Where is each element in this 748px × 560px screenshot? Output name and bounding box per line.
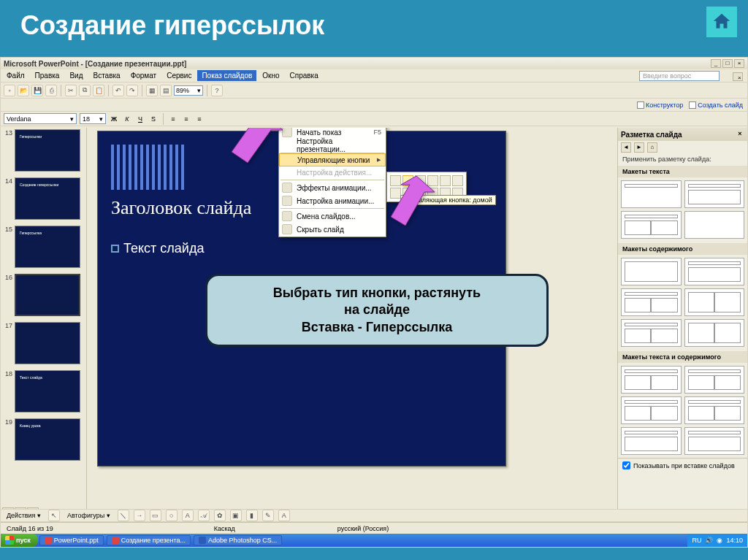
layout-title-only[interactable]	[621, 180, 682, 208]
line-icon[interactable]: ＼	[118, 510, 129, 521]
menu-view[interactable]: Вид	[65, 70, 87, 81]
oval-icon[interactable]: ○	[166, 510, 178, 521]
help-icon[interactable]: ?	[211, 85, 223, 96]
menu-edit[interactable]: Правка	[31, 70, 64, 81]
slide-thumbnails-pane[interactable]: 13Гиперссылки 14Создание гиперссылки 15Г…	[1, 128, 87, 516]
taskpane-forward-button[interactable]: ►	[634, 142, 644, 153]
open-icon[interactable]: 📂	[18, 85, 29, 96]
clipart-icon[interactable]: ✿	[214, 510, 226, 521]
align-center-button[interactable]: ≡	[181, 114, 191, 124]
menu-file[interactable]: Файл	[2, 70, 29, 81]
copy-icon[interactable]: ⧉	[79, 85, 91, 96]
menu-tools[interactable]: Сервис	[162, 70, 196, 81]
font-combo[interactable]: Verdana▾	[4, 113, 77, 124]
underline-button[interactable]: Ч	[135, 114, 145, 124]
taskpane-home-button[interactable]: ⌂	[647, 142, 657, 153]
layout-tc-3[interactable]	[621, 396, 682, 424]
linecolor-icon[interactable]: ✎	[262, 510, 274, 521]
layout-content-4[interactable]	[684, 288, 745, 316]
taskbar-item[interactable]: Adobe Photoshop CS...	[194, 535, 282, 545]
redo-icon[interactable]: ↷	[126, 85, 138, 96]
print-icon[interactable]: ⎙	[45, 85, 57, 96]
checkbox[interactable]	[622, 461, 630, 469]
table-icon[interactable]: ▤	[160, 85, 172, 96]
menu-item-slide-transition[interactable]: Смена слайдов...	[279, 210, 386, 223]
tray-network-icon[interactable]: ◉	[717, 537, 722, 544]
taskpane-close-button[interactable]: ×	[736, 130, 744, 139]
menu-item-setup-show[interactable]: Настройка презентации...	[279, 139, 386, 152]
menu-item-animation-effects[interactable]: Эффекты анимации...	[279, 181, 386, 194]
layout-content-3[interactable]	[621, 288, 682, 316]
document-close-button[interactable]: ×	[733, 72, 743, 81]
layout-tc-2[interactable]	[684, 366, 745, 394]
layout-content-6[interactable]	[684, 319, 745, 347]
paste-icon[interactable]: 📋	[93, 85, 104, 96]
layout-content-5[interactable]	[621, 319, 682, 347]
taskpane-show-on-insert-checkbox[interactable]: Показывать при вставке слайдов	[618, 458, 747, 472]
layout-blank[interactable]	[684, 211, 745, 239]
picture-icon[interactable]: ▣	[230, 510, 242, 521]
new-icon[interactable]: ▫	[4, 85, 15, 96]
thumb-slide[interactable]: Гиперссылка	[15, 226, 80, 268]
zoom-combo[interactable]: 89%▾	[174, 85, 203, 96]
layout-content[interactable]	[621, 258, 682, 285]
menu-item-action-buttons[interactable]: Управляющие кнопки	[279, 153, 386, 166]
bold-button[interactable]: Ж	[109, 114, 119, 124]
start-button[interactable]: пуск	[1, 534, 38, 547]
close-button[interactable]: ×	[734, 59, 744, 68]
thumb-slide[interactable]: Конец урока	[15, 418, 80, 461]
layout-tc-5[interactable]	[621, 427, 682, 455]
taskbar-item[interactable]: PowerPoint.ppt	[39, 535, 104, 545]
shadow-button[interactable]: S	[148, 114, 159, 124]
maximize-button[interactable]: □	[722, 59, 733, 68]
font-size-combo[interactable]: 18▾	[80, 113, 106, 124]
textbox-icon[interactable]: A	[182, 510, 194, 521]
fontcolor-icon[interactable]: A	[278, 510, 290, 521]
thumb-slide-current[interactable]	[15, 274, 80, 316]
cut-icon[interactable]: ✂	[65, 85, 77, 96]
tray-lang[interactable]: RU	[692, 537, 701, 544]
menu-item-hide-slide[interactable]: Скрыть слайд	[279, 223, 386, 236]
design-constructor-button[interactable]: Конструктор	[637, 101, 683, 109]
layout-title-content[interactable]	[684, 180, 745, 208]
layout-tc-4[interactable]	[684, 396, 745, 424]
fillcolor-icon[interactable]: ▮	[246, 510, 258, 521]
menu-item-custom-animation[interactable]: Настройка анимации...	[279, 194, 386, 207]
taskbar-item[interactable]: Создание презента...	[107, 535, 191, 545]
undo-icon[interactable]: ↶	[112, 85, 124, 96]
action-button-forward[interactable]	[452, 175, 463, 186]
slide-title-placeholder[interactable]: Заголовок слайда	[111, 197, 251, 219]
taskpane-back-button[interactable]: ◄	[621, 142, 631, 153]
align-left-button[interactable]: ≡	[168, 114, 178, 124]
align-right-button[interactable]: ≡	[194, 114, 205, 124]
layout-two-content[interactable]	[621, 211, 682, 239]
thumb-slide[interactable]: Создание гиперссылки	[15, 177, 80, 220]
select-icon[interactable]: ↖	[48, 510, 60, 521]
thumb-slide[interactable]: Гиперссылки	[15, 129, 80, 172]
tray-volume-icon[interactable]: 🔊	[705, 537, 713, 544]
save-icon[interactable]: 💾	[31, 85, 43, 96]
menu-help[interactable]: Справка	[286, 70, 323, 81]
thumb-slide[interactable]	[15, 322, 80, 364]
rect-icon[interactable]: ▭	[150, 510, 161, 521]
home-button[interactable]	[706, 6, 738, 38]
arrow-icon[interactable]: →	[134, 510, 145, 521]
wordart-icon[interactable]: 𝒜	[198, 510, 210, 521]
ask-question-input[interactable]: Введите вопрос	[639, 71, 720, 81]
thumb-slide[interactable]: Текст слайда	[15, 370, 80, 413]
minimize-button[interactable]: _	[711, 59, 721, 68]
draw-actions-menu[interactable]: Действия ▾	[4, 512, 44, 519]
chart-icon[interactable]: ▦	[146, 85, 158, 96]
slide-body-placeholder[interactable]: Текст слайда	[111, 241, 476, 256]
italic-button[interactable]: К	[122, 114, 132, 124]
layout-tc-6[interactable]	[684, 427, 745, 455]
menu-insert[interactable]: Вставка	[88, 70, 124, 81]
new-slide-button[interactable]: Создать слайд	[689, 101, 743, 109]
layout-tc-1[interactable]	[621, 366, 682, 394]
menu-format[interactable]: Формат	[126, 70, 161, 81]
menu-slideshow[interactable]: Показ слайдов	[197, 70, 256, 81]
layout-content-2[interactable]	[684, 258, 745, 285]
menu-window[interactable]: Окно	[258, 70, 283, 81]
system-tray[interactable]: RU 🔊 ◉ 14:10	[687, 534, 747, 547]
autoshapes-menu[interactable]: Автофигуры ▾	[64, 512, 113, 519]
